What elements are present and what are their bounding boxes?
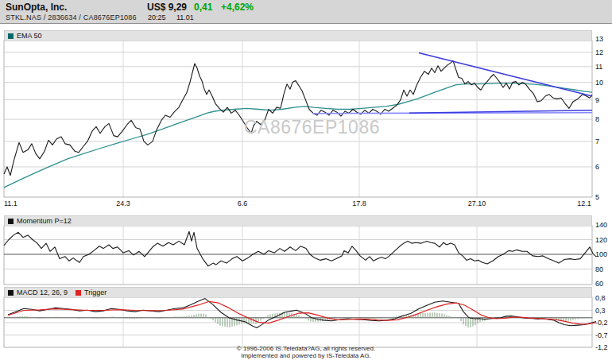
macd-panel-legend: MACD 12, 26, 9 Trigger [4,287,592,297]
copyright-line: © 1996-2006 IS.Teledata?AG, all rights r… [0,345,612,352]
momentum-y-tick-label: 140 [595,221,607,229]
price-y-tick-label: 8 [595,115,599,123]
ema-legend-swatch [8,33,14,39]
price-y-tick-label: 10 [595,79,603,87]
momentum-panel-legend: Momentum P=12 [4,215,592,226]
macd-y-tick-label: -0,7 [595,331,608,339]
price-y-tick-label: 9 [595,96,599,104]
copyright-footer: © 1996-2006 IS.Teledata?AG, all rights r… [0,345,612,359]
momentum-line [4,231,596,266]
price-y-tick-label: 7 [595,137,599,145]
date-tick-label: 27.10 [468,199,486,207]
trigger-line [8,301,596,324]
macd-y-tick-label: 0,8 [595,294,606,302]
price-y-tick-label: 11 [595,63,602,71]
momentum-legend-swatch [8,219,14,224]
momentum-y-tick-label: 60 [595,280,603,288]
momentum-y-tick-label: 100 [595,250,607,258]
price-y-tick-label: 12 [595,48,603,56]
macd-y-tick-label: 0,3 [595,307,606,315]
momentum-panel-frame [4,226,592,285]
stock-chart-window: SunOpta, Inc. STKL.NAS / 2836634 / CA867… [0,0,612,364]
date-tick-label: 12.1 [577,199,591,207]
chart-canvas [0,0,612,364]
price-y-tick-label: 6 [595,163,599,171]
date-tick-label: 24.3 [116,199,130,207]
date-tick-label: 11.1 [4,199,17,207]
price-y-tick-label: 5 [595,193,599,201]
isin-watermark: CA8676EP1086 [244,117,380,138]
date-tick-label: 6.6 [238,199,248,207]
trendline-resistance [419,53,592,96]
momentum-y-tick-label: 80 [595,265,603,273]
price-y-tick-label: 13 [595,35,603,43]
date-tick-label: 17.8 [352,199,366,207]
trigger-legend-label: Trigger [84,288,107,296]
trigger-legend-swatch [76,290,81,296]
macd-legend-swatch [8,290,14,296]
macd-y-tick-label: -0,2 [595,319,608,327]
momentum-y-tick-label: 120 [595,236,607,244]
momentum-legend-label: Momentum P=12 [17,217,72,225]
price-panel-legend: EMA 50 [4,30,592,41]
macd-legend-label: MACD 12, 26, 9 [17,288,68,296]
ema-legend-label: EMA 50 [17,32,42,40]
powered-by-line: Implemented and powered by IS-Teledata A… [0,352,612,359]
